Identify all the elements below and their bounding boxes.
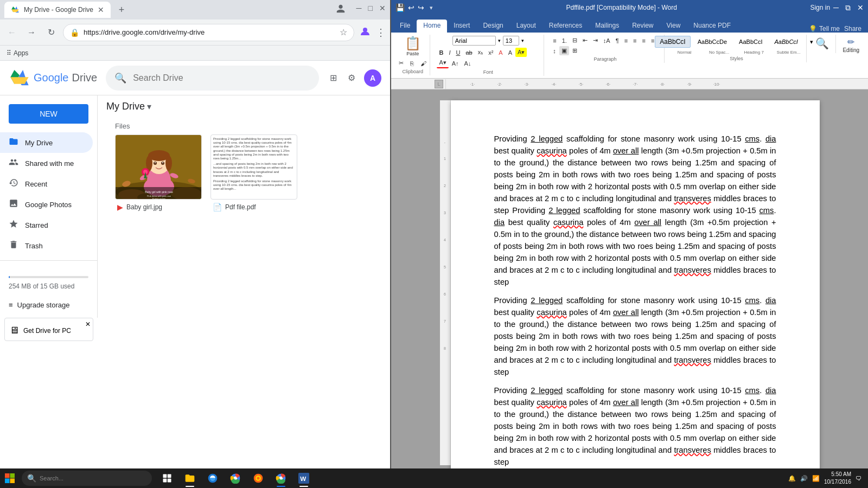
chrome-profile-btn[interactable] [359,24,372,40]
format-painter-button[interactable]: 🖌 [418,59,429,68]
apps-button[interactable]: ⠿ Apps [7,49,28,57]
chrome-close[interactable]: ✕ [379,4,386,16]
underline-button[interactable]: U [454,48,462,57]
increase-indent-button[interactable]: ⇥ [591,36,600,45]
subscript-button[interactable]: x₁ [476,48,486,57]
word-close[interactable]: ✕ [857,3,864,12]
file-item-baby-girl[interactable]: Baby girl with pink rose Pink dress with… [115,134,202,215]
sidebar-item-trash[interactable]: Trash [0,235,93,256]
taskbar-explorer[interactable] [179,468,201,488]
breadcrumb-dropdown[interactable]: ▾ [147,101,151,112]
new-tab-button[interactable]: + [114,2,129,17]
superscript-button[interactable]: x² [486,48,495,57]
tab-review[interactable]: Review [626,20,660,33]
tab-file[interactable]: File [393,20,417,33]
editing-indicator[interactable]: ✏ Editing [838,35,864,55]
banner-close-button[interactable]: ✕ [85,320,91,328]
style-no-spacing-button[interactable]: AaBbCcDe [693,36,732,48]
style-subtle-em-button[interactable]: AaBbCcI [770,36,803,48]
font-color-button[interactable]: A▾ [437,58,448,68]
tab-layout[interactable]: Layout [510,20,542,33]
tab-mailings[interactable]: Mailings [589,20,626,33]
tab-design[interactable]: Design [476,20,509,33]
ruler-corner[interactable]: L [435,80,443,88]
bold-button[interactable]: B [437,48,445,57]
border-button[interactable]: ⊞ [570,46,579,55]
bookmark-star-icon[interactable]: ☆ [340,27,347,37]
settings-button[interactable]: ⚙ [346,70,358,85]
font-size-arrow[interactable]: ▾ [521,38,524,43]
chrome-minimize[interactable]: ─ [356,4,362,16]
sort-button[interactable]: ↕A [601,36,612,45]
taskbar-search[interactable]: 🔍 Search... [22,471,152,486]
start-button[interactable] [0,468,20,488]
word-page[interactable]: Providing 2 legged scaffolding for stone… [451,100,820,476]
forward-button[interactable]: → [24,25,39,40]
taskbar-chrome-active[interactable] [270,468,292,488]
address-bar[interactable]: 🔒 https://drive.google.com/drive/my-driv… [63,24,354,41]
word-save-button[interactable]: 💾 [395,3,405,12]
align-left-button[interactable]: ≡ [622,36,630,45]
text-effect-button[interactable]: A [506,48,514,57]
tab-home[interactable]: Home [417,20,447,33]
taskbar-notifications-button[interactable]: 🗨 [856,475,861,481]
taskbar-sound-icon[interactable]: 🔊 [800,475,808,482]
font-shrink-button[interactable]: A↓ [462,58,474,68]
drive-search-bar[interactable]: 🔍 [106,66,319,91]
taskbar-task-view[interactable] [156,468,178,488]
word-redo-button[interactable]: ↪ [418,3,424,12]
line-spacing-button[interactable]: ↕ [551,46,558,55]
copy-button[interactable]: ⎘ [408,59,416,68]
font-name-input[interactable] [452,36,496,46]
font-name-arrow[interactable]: ▾ [498,38,501,43]
grid-view-button[interactable]: ⊞ [328,70,339,85]
sidebar-item-my-drive[interactable]: My Drive [0,132,93,153]
user-avatar[interactable]: A [364,69,381,87]
taskbar-chrome[interactable] [225,468,246,488]
tab-close-button[interactable]: ✕ [98,5,104,14]
text-highlight-button[interactable]: A▾ [515,48,527,57]
search-input[interactable] [133,73,310,83]
tab-references[interactable]: References [542,20,589,33]
upgrade-storage-button[interactable]: ≡ Upgrade storage [0,297,97,313]
file-item-pdf[interactable]: Providing 2 legged scaffolding for stone… [210,134,297,215]
sidebar-item-recent[interactable]: Recent [0,174,93,194]
style-normal-button[interactable]: AaBbCcI [655,36,690,48]
cut-button[interactable]: ✂ [397,59,406,68]
decrease-indent-button[interactable]: ⇤ [580,36,590,45]
new-button[interactable]: NEW [9,104,88,124]
taskbar-edge[interactable] [202,468,224,488]
chrome-menu-button[interactable]: ⋮ [376,27,386,38]
word-minimize[interactable]: ─ [833,3,839,12]
word-undo-button[interactable]: ↩ [408,3,414,12]
tell-me-button[interactable]: 💡 Tell me [809,25,840,33]
sidebar-item-starred[interactable]: Starred [0,215,93,235]
show-marks-button[interactable]: ¶ [614,36,621,45]
chrome-maximize[interactable]: □ [368,4,373,16]
word-qat-dropdown[interactable]: ▾ [430,4,433,11]
align-right-button[interactable]: ≡ [640,36,647,45]
clear-format-button[interactable]: A [496,48,505,57]
tab-nuance-pdf[interactable]: Nuance PDF [687,20,737,33]
chrome-tab[interactable]: My Drive - Google Drive ✕ [4,2,111,18]
font-grow-button[interactable]: A↑ [450,58,461,68]
align-center-button[interactable]: ≡ [631,36,639,45]
back-button[interactable]: ← [4,25,20,40]
sidebar-item-photos[interactable]: Google Photos [0,194,93,215]
paste-button[interactable]: 📋 Paste [405,36,421,56]
taskbar-clock[interactable]: 5:50 AM 10/17/2016 [824,471,851,486]
shading-button[interactable]: ▣ [559,46,569,55]
taskbar-notification-icon[interactable]: 🔔 [788,475,796,482]
font-size-input[interactable] [503,36,519,46]
tab-view[interactable]: View [660,20,687,33]
bullet-list-button[interactable]: ≡ [551,36,558,45]
style-heading7-button[interactable]: AaBbCcI [734,36,767,48]
refresh-button[interactable]: ↻ [43,25,59,40]
taskbar-network-icon[interactable]: 📶 [812,475,820,482]
italic-button[interactable]: I [446,48,452,57]
word-signin-link[interactable]: Sign in [810,4,830,11]
word-restore[interactable]: ⧉ [845,3,851,12]
taskbar-firefox[interactable] [247,468,269,488]
strikethrough-button[interactable]: ab [463,48,474,57]
sidebar-item-shared[interactable]: Shared with me [0,153,93,174]
